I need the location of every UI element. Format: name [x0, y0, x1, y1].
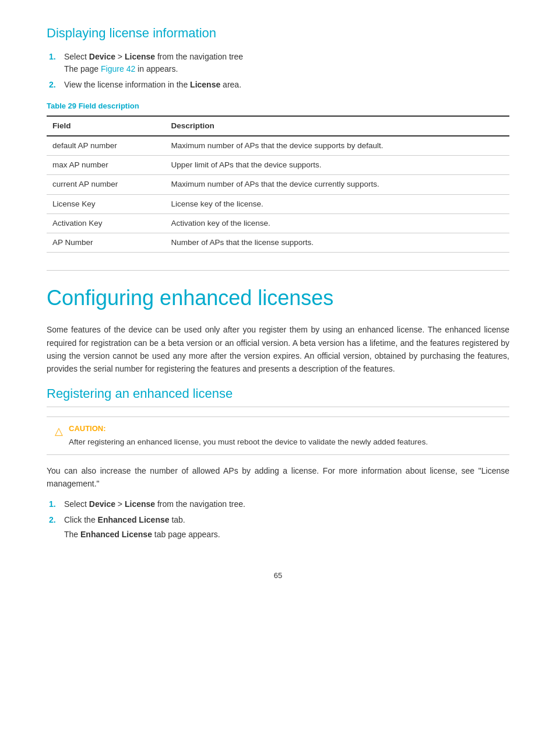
field-cell: AP Number	[47, 233, 165, 253]
table-row: AP Number Number of APs that the license…	[47, 233, 509, 253]
reg-step-2-number: 2.	[49, 514, 56, 526]
displaying-license-title: Displaying license information	[47, 23, 509, 43]
step-2-text: View the license information in the Lice…	[64, 80, 241, 89]
field-cell: max AP number	[47, 156, 165, 175]
caution-content: CAUTION: After registering an enhanced l…	[69, 423, 501, 449]
step-1-number: 1.	[49, 51, 56, 63]
caution-text: After registering an enhanced license, y…	[69, 436, 501, 448]
reg-step-1: 1. Select Device > License from the navi…	[64, 498, 509, 510]
page-number: 65	[47, 570, 509, 582]
table-row: max AP number Upper limit of APs that th…	[47, 156, 509, 175]
field-column-header: Field	[47, 116, 165, 136]
description-cell: Upper limit of APs that the device suppo…	[165, 156, 509, 175]
description-cell: Activation key of the license.	[165, 214, 509, 233]
caution-label: CAUTION:	[69, 423, 501, 435]
figure-42-link[interactable]: Figure 42	[101, 64, 135, 74]
reg-step-1-text: Select Device > License from the navigat…	[64, 499, 245, 509]
table-header-row: Field Description	[47, 116, 509, 136]
configuring-enhanced-title: Configuring enhanced licenses	[47, 270, 509, 314]
description-cell: Maximum number of APs that the device su…	[165, 136, 509, 156]
table-row: Activation Key Activation key of the lic…	[47, 214, 509, 233]
description-column-header: Description	[165, 116, 509, 136]
table-caption: Table 29 Field description	[47, 100, 509, 112]
description-cell: License key of the license.	[165, 194, 509, 214]
reg-step-2-text: Click the Enhanced License tab.	[64, 515, 185, 524]
registering-section: Registering an enhanced license △ CAUTIO…	[47, 384, 509, 541]
field-cell: License Key	[47, 194, 165, 214]
step-2: 2. View the license information in the L…	[64, 79, 509, 91]
step-1-text: Select Device > License from the navigat…	[64, 52, 243, 61]
field-description-table: Field Description default AP number Maxi…	[47, 116, 509, 253]
registering-title: Registering an enhanced license	[47, 384, 509, 407]
table-row: default AP number Maximum number of APs …	[47, 136, 509, 156]
field-cell: current AP number	[47, 175, 165, 194]
table-row: current AP number Maximum number of APs …	[47, 175, 509, 194]
step-1-subtext: The page Figure 42 in appears.	[64, 63, 509, 75]
field-cell: default AP number	[47, 136, 165, 156]
reg-step-2: 2. Click the Enhanced License tab. The E…	[64, 514, 509, 541]
displaying-license-steps: 1. Select Device > License from the navi…	[47, 51, 509, 91]
caution-icon: △	[55, 424, 63, 439]
step-2-number: 2.	[49, 79, 56, 91]
description-cell: Number of APs that the license supports.	[165, 233, 509, 253]
displaying-license-section: Displaying license information 1. Select…	[47, 23, 509, 253]
step-1: 1. Select Device > License from the navi…	[64, 51, 509, 75]
field-cell: Activation Key	[47, 214, 165, 233]
reg-step-1-number: 1.	[49, 498, 56, 510]
configuring-enhanced-section: Configuring enhanced licenses Some featu…	[47, 270, 509, 376]
registering-body: You can also increase the number of allo…	[47, 464, 509, 491]
reg-step-2-subtext: The Enhanced License tab page appears.	[64, 528, 509, 541]
description-cell: Maximum number of APs that the device cu…	[165, 175, 509, 194]
table-row: License Key License key of the license.	[47, 194, 509, 214]
caution-box: △ CAUTION: After registering an enhanced…	[47, 416, 509, 455]
registering-steps: 1. Select Device > License from the navi…	[47, 498, 509, 541]
configuring-enhanced-body: Some features of the device can be used …	[47, 323, 509, 376]
